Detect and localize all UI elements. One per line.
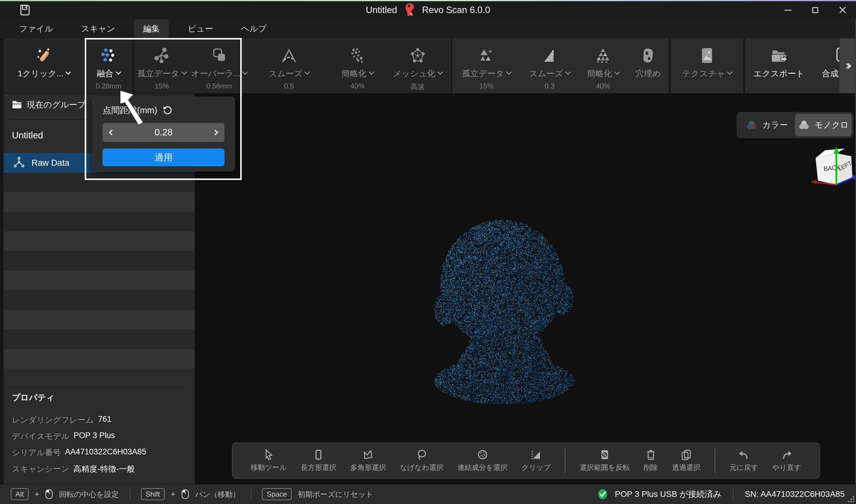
toolbar-smooth-2[interactable]: スムーズ 0.3 (520, 38, 579, 93)
plus-sign: + (171, 489, 175, 499)
menu-view[interactable]: ビュー (179, 20, 222, 38)
toolbar-export[interactable]: エクスポート (745, 38, 813, 93)
space-key-badge: Space (262, 488, 292, 500)
mono-mode-button[interactable]: モノクロ (795, 114, 852, 136)
undo-icon (738, 449, 750, 460)
property-row: レンダリングフレーム761 (12, 415, 190, 425)
toolbar-fusion[interactable]: 融合 0.28mm (84, 38, 133, 93)
divider (11, 387, 185, 387)
menu-file[interactable]: ファイル (10, 20, 62, 38)
mouse-left-button-icon (182, 489, 189, 499)
move-tool-button[interactable]: 移動ツール (251, 449, 287, 472)
toolbar-overlap[interactable]: オーバーラ... 0.56mm (191, 38, 247, 93)
clip-icon (530, 449, 542, 460)
maximize-icon[interactable] (810, 5, 820, 15)
redo-button[interactable]: やり直す (772, 449, 801, 472)
hole-fill-icon (640, 45, 656, 66)
sidebar-group-header[interactable]: 現在のグループ (12, 99, 86, 110)
smooth-value: 0.5 (284, 82, 294, 90)
point-distance-value[interactable]: 0.28 (155, 127, 172, 138)
trash-icon (646, 449, 656, 460)
stepper-increase-icon[interactable] (212, 129, 218, 136)
toolbar-texture[interactable]: テクスチャ (671, 38, 743, 93)
titlebar: Untitled Revo Scan 6.0.0 (0, 1, 856, 19)
redo-icon (781, 449, 792, 460)
magic-wand-icon (35, 45, 53, 66)
toolbar-overflow-button[interactable] (839, 38, 856, 93)
project-name[interactable]: Untitled (12, 130, 43, 141)
render-mode-toggle: カラー モノクロ (737, 112, 853, 138)
hint-rotate-center: 回転の中心を設定 (59, 489, 119, 499)
simplify-label: 簡略化 (342, 68, 366, 79)
polygon-select-button[interactable]: 多角形選択 (350, 449, 386, 472)
isolated-data-icon (154, 45, 170, 66)
toolbar-group-edit: 1クリック... 融合 0.28mm (3, 38, 451, 93)
properties-title: プロパティ (12, 392, 190, 403)
invert-selection-button[interactable]: 選択範囲を反転 (580, 449, 630, 472)
toolbar-isolated-data-2[interactable]: 孤立データ 15% (452, 38, 520, 93)
statusbar-hints: Alt + 回転の中心を設定 Shift + パン（移動） Space 初期ポー… (11, 488, 373, 500)
point-cloud-model[interactable] (416, 205, 583, 413)
color-mode-button[interactable]: カラー (739, 114, 795, 136)
undo-button[interactable]: 元に戻す (729, 449, 758, 472)
connected-select-button[interactable]: 連結成分を選択 (458, 449, 508, 472)
isolated-data-2-label: 孤立データ (462, 68, 504, 79)
toolbar-simplify-2[interactable]: 簡略化 40% (579, 38, 627, 93)
simplify-value: 40% (350, 82, 364, 90)
menu-edit[interactable]: 編集 (134, 20, 169, 38)
chevron-down-icon (506, 69, 511, 74)
point-cloud-icon (13, 157, 25, 169)
lasso-select-button[interactable]: なげなわ選択 (400, 449, 443, 472)
sidebar-group-title: 現在のグループ (27, 99, 86, 110)
reset-icon[interactable] (162, 106, 172, 115)
properties-panel: プロパティ レンダリングフレーム761 デバイスモデルPOP 3 Plus シリ… (12, 392, 190, 480)
simplify-mesh-icon (595, 45, 611, 66)
simplify-2-label: 簡略化 (587, 68, 612, 79)
color-rgb-icon (746, 120, 758, 130)
stepper-decrease-icon[interactable] (109, 129, 115, 136)
resize-grip[interactable] (848, 496, 854, 502)
through-select-icon (681, 449, 692, 460)
rect-select-button[interactable]: 長方形選択 (301, 449, 336, 472)
orientation-cube[interactable]: BACK LEFT (801, 138, 856, 198)
divider (733, 489, 734, 500)
plus-sign: + (34, 489, 39, 499)
menu-scan[interactable]: スキャン (72, 20, 124, 38)
window-title: Untitled Revo Scan 6.0.0 (366, 1, 490, 19)
toolbar-smooth[interactable]: スムーズ 0.5 (247, 38, 331, 93)
sidebar-empty-rows (3, 173, 195, 368)
chevron-down-icon (182, 69, 187, 74)
move-cursor-icon (263, 449, 274, 460)
minimize-icon[interactable] (783, 5, 793, 15)
property-row: スキャンシーン高精度-特徴-一般 (12, 464, 190, 474)
color-mode-label: カラー (762, 120, 788, 131)
toolbar-hole-fill[interactable]: 穴埋め (627, 38, 669, 93)
menubar: ファイル スキャン 編集 ビュー ヘルプ (0, 19, 856, 38)
clip-button[interactable]: クリップ (521, 449, 551, 472)
property-row: シリアル番号AA4710322C6H03A85 (12, 447, 190, 458)
mesh-icon (409, 45, 426, 66)
chevron-down-icon (66, 69, 71, 74)
smooth-label: スムーズ (269, 68, 303, 79)
statusbar-device: POP 3 Plus USB が接続済み SN: AA4710322C6H03A… (597, 489, 845, 500)
through-select-button[interactable]: 透過選択 (672, 449, 701, 472)
toolbar-mesh[interactable]: メッシュ化 高速 (384, 38, 451, 93)
toolbar-divider (565, 448, 566, 473)
chevron-down-icon (242, 69, 247, 74)
close-icon[interactable] (838, 5, 848, 15)
menu-help[interactable]: ヘルプ (232, 20, 276, 38)
viewport-3d[interactable]: カラー モノクロ BACK LEFT (195, 93, 855, 484)
property-row: デバイスモデルPOP 3 Plus (12, 431, 190, 442)
apply-button[interactable]: 適用 (103, 148, 224, 166)
save-icon[interactable] (18, 3, 31, 17)
polygon-select-icon (362, 449, 374, 460)
lasso-select-icon (416, 449, 427, 460)
toolbar-isolated-data[interactable]: 孤立データ 15% (133, 38, 191, 93)
delete-button[interactable]: 削除 (644, 449, 658, 472)
document-title: Untitled (366, 5, 397, 15)
simplify-icon (349, 45, 365, 66)
simplify-2-value: 40% (596, 82, 610, 90)
chevron-down-icon (438, 69, 443, 74)
toolbar-one-click[interactable]: 1クリック... (3, 38, 84, 93)
toolbar-simplify[interactable]: 簡略化 40% (331, 38, 384, 93)
